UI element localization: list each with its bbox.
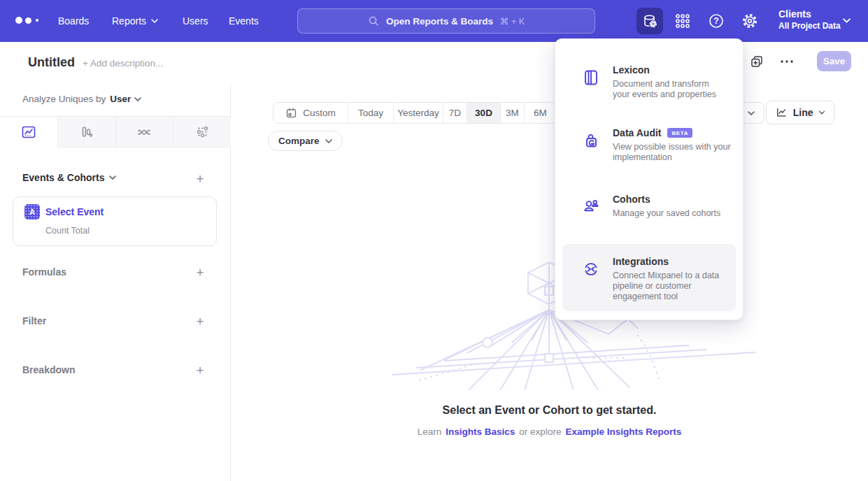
grid-dots-icon bbox=[674, 13, 691, 29]
chevron-down-icon bbox=[325, 139, 332, 143]
compare-dropdown[interactable]: Compare bbox=[268, 131, 343, 151]
help-icon[interactable]: ? bbox=[703, 8, 730, 34]
chart-type-label: Line bbox=[793, 107, 813, 118]
search-icon bbox=[368, 15, 379, 27]
date-range-control: Custom Today Yesterday 7D 30D 3M 6M bbox=[273, 102, 557, 124]
analyze-row: Analyze Uniques by User bbox=[22, 94, 141, 104]
menu-item-title: Cohorts bbox=[613, 194, 732, 205]
chevron-down-icon bbox=[109, 175, 116, 180]
nav-events-label: Events bbox=[229, 15, 259, 27]
cohorts-people-icon bbox=[582, 196, 600, 215]
integrations-sync-icon bbox=[582, 260, 600, 278]
analyze-by-dropdown[interactable]: User bbox=[110, 94, 141, 104]
menu-item-cohorts[interactable]: Cohorts Manage your saved cohorts bbox=[555, 194, 743, 219]
example-reports-link[interactable]: Example Insights Reports bbox=[565, 426, 681, 437]
gear-icon bbox=[741, 13, 758, 29]
tab-bar-chart[interactable] bbox=[57, 117, 115, 148]
add-formula-button[interactable]: + bbox=[194, 266, 206, 278]
analyze-by-value: User bbox=[110, 94, 131, 104]
nav-users[interactable]: Users bbox=[183, 0, 208, 42]
settings-gear-icon[interactable] bbox=[737, 8, 763, 34]
event-card[interactable]: A Select Event Count Total bbox=[13, 196, 217, 246]
report-title[interactable]: Untitled bbox=[28, 55, 75, 70]
date-range-30d-label: 30D bbox=[475, 108, 492, 118]
menu-item-data-audit[interactable]: Data Audit BETA View possible issues wit… bbox=[555, 127, 743, 163]
tab-metrics-grid[interactable] bbox=[173, 117, 231, 148]
metrics-grid-icon bbox=[194, 124, 211, 141]
duplicate-report-button[interactable] bbox=[750, 55, 764, 69]
nav-users-label: Users bbox=[183, 15, 208, 27]
events-cohorts-header[interactable]: Events & Cohorts bbox=[22, 172, 116, 183]
project-switcher[interactable]: Clients All Project Data bbox=[778, 8, 841, 31]
database-gear-icon bbox=[641, 13, 658, 29]
date-range-today-label: Today bbox=[358, 108, 383, 118]
apps-grid-icon[interactable] bbox=[669, 8, 696, 34]
nav-reports[interactable]: Reports bbox=[112, 0, 158, 42]
events-cohorts-label: Events & Cohorts bbox=[22, 172, 104, 183]
menu-item-description: Manage your saved cohorts bbox=[613, 208, 753, 219]
top-navbar: Boards Reports Users Events Open Reports… bbox=[0, 0, 868, 42]
empty-state-prefix: Learn bbox=[418, 426, 442, 437]
chevron-down-icon[interactable] bbox=[843, 18, 851, 23]
save-button[interactable]: Save bbox=[817, 51, 851, 71]
tab-flow-chart[interactable] bbox=[115, 117, 173, 148]
add-event-button[interactable]: + bbox=[194, 172, 206, 185]
more-options-button[interactable] bbox=[780, 59, 794, 64]
question-circle-icon: ? bbox=[708, 13, 725, 29]
add-description-field[interactable]: + Add description... bbox=[83, 58, 163, 69]
bar-chart-icon bbox=[78, 124, 95, 141]
ellipsis-icon bbox=[780, 59, 794, 64]
add-filter-button[interactable]: + bbox=[194, 315, 206, 327]
chart-type-dropdown[interactable]: Line bbox=[766, 101, 834, 124]
date-range-yesterday-label: Yesterday bbox=[397, 108, 439, 118]
chevron-down-icon bbox=[748, 111, 755, 115]
compare-label: Compare bbox=[278, 136, 320, 146]
tab-line-chart[interactable] bbox=[0, 117, 57, 148]
search-shortcut: ⌘ + K bbox=[500, 16, 525, 27]
date-range-7d-label: 7D bbox=[449, 108, 461, 118]
search-placeholder: Open Reports & Boards bbox=[386, 16, 493, 27]
event-letter-badge: A bbox=[24, 204, 40, 220]
chevron-down-icon bbox=[151, 19, 158, 23]
date-range-6m-label: 6M bbox=[534, 108, 547, 118]
date-range-3m[interactable]: 3M bbox=[500, 103, 524, 123]
menu-item-title: Lexicon bbox=[613, 64, 732, 76]
empty-state-middle: or explore bbox=[519, 426, 561, 437]
date-range-7d[interactable]: 7D bbox=[443, 103, 467, 123]
date-range-custom[interactable]: Custom bbox=[273, 103, 348, 123]
menu-item-lexicon[interactable]: Lexicon Document and transform your even… bbox=[555, 64, 743, 100]
global-search-button[interactable]: Open Reports & Boards ⌘ + K bbox=[297, 8, 595, 34]
svg-text:?: ? bbox=[713, 16, 718, 26]
date-range-custom-label: Custom bbox=[303, 108, 336, 118]
data-management-icon[interactable] bbox=[636, 8, 663, 34]
report-canvas: Custom Today Yesterday 7D 30D 3M 6M Comp… bbox=[231, 84, 868, 481]
chevron-down-icon bbox=[819, 110, 825, 115]
select-event-label[interactable]: Select Event bbox=[45, 206, 104, 217]
date-range-yesterday[interactable]: Yesterday bbox=[393, 103, 443, 123]
empty-state-title: Select an Event or Cohort to get started… bbox=[231, 404, 868, 417]
lexicon-book-icon bbox=[582, 69, 600, 87]
add-breakdown-button[interactable]: + bbox=[194, 364, 206, 376]
menu-item-description: Connect Mixpanel to a data pipeline or c… bbox=[613, 271, 733, 302]
mixpanel-insights-app: Boards Reports Users Events Open Reports… bbox=[0, 0, 868, 481]
date-range-3m-label: 3M bbox=[506, 108, 519, 118]
duplicate-icon bbox=[750, 55, 764, 69]
insights-basics-link[interactable]: Insights Basics bbox=[446, 426, 515, 437]
nav-boards[interactable]: Boards bbox=[58, 0, 89, 42]
nav-events[interactable]: Events bbox=[229, 0, 259, 42]
date-range-30d-selected[interactable]: 30D bbox=[467, 103, 500, 123]
calendar-icon bbox=[285, 107, 297, 119]
menu-item-integrations[interactable]: Integrations Connect Mixpanel to a data … bbox=[555, 256, 743, 302]
data-audit-icon bbox=[582, 132, 600, 150]
menu-item-integrations-highlight[interactable]: Integrations Connect Mixpanel to a data … bbox=[562, 244, 736, 311]
date-range-6m[interactable]: 6M bbox=[524, 103, 556, 123]
count-total-label[interactable]: Count Total bbox=[45, 226, 90, 236]
line-chart-icon bbox=[20, 124, 37, 141]
menu-item-description: View possible issues with your implement… bbox=[613, 142, 753, 163]
nav-reports-label: Reports bbox=[112, 15, 146, 27]
date-range-today[interactable]: Today bbox=[348, 103, 393, 123]
chevron-down-icon bbox=[134, 97, 141, 101]
breakdown-label: Breakdown bbox=[22, 364, 75, 375]
menu-item-title: Integrations bbox=[613, 256, 732, 267]
mixpanel-logo-icon[interactable] bbox=[15, 17, 38, 24]
